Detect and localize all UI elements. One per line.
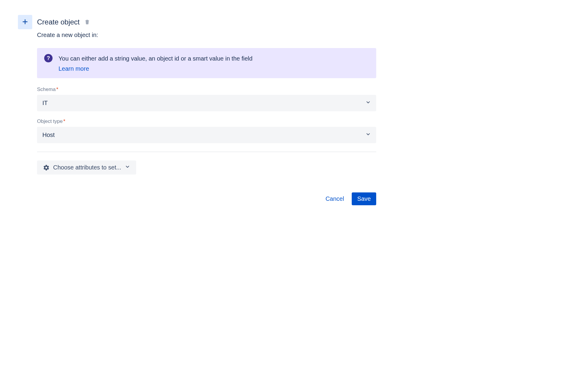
object-type-label: Object type* [37,118,376,124]
info-banner: ? You can either add a string value, an … [37,48,376,78]
schema-value: IT [42,100,48,107]
choose-attributes-label: Choose attributes to set... [53,164,121,171]
schema-label-text: Schema [37,87,56,92]
object-type-label-text: Object type [37,118,63,124]
save-button[interactable]: Save [352,192,376,205]
create-object-icon-box [18,15,32,29]
choose-attributes-button[interactable]: Choose attributes to set... [37,160,136,175]
chevron-down-icon [125,164,130,171]
required-asterisk: * [56,87,58,92]
object-type-select[interactable]: Host [37,127,376,143]
question-icon: ? [44,54,53,62]
required-asterisk: * [63,118,65,124]
object-type-value: Host [42,132,55,138]
plus-icon [21,18,29,26]
info-banner-text: You can either add a string value, an ob… [59,54,369,63]
cancel-button[interactable]: Cancel [320,192,349,205]
divider [37,152,376,152]
learn-more-link[interactable]: Learn more [59,65,89,72]
gear-icon [43,164,50,171]
page-subtitle: Create a new object in: [37,32,376,38]
schema-select[interactable]: IT [37,95,376,111]
chevron-down-icon [365,132,371,138]
delete-icon[interactable] [84,19,90,25]
page-title: Create object [37,18,80,26]
schema-label: Schema* [37,87,376,92]
chevron-down-icon [365,100,371,107]
